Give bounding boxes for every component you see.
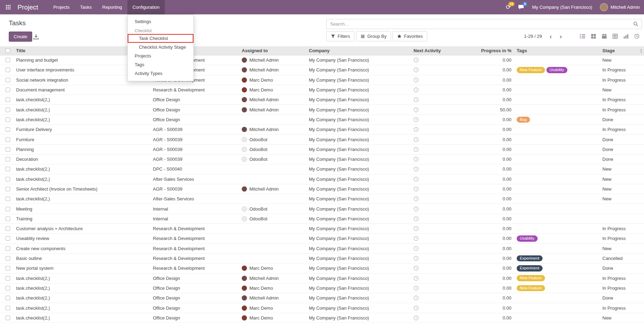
view-list-icon[interactable] [577,31,588,41]
row-checkbox[interactable] [6,246,10,251]
table-row[interactable]: FurnitureAGR - S00039OdooBotMy Company (… [0,135,644,144]
table-row[interactable]: Document managementResearch & Developmen… [0,85,644,95]
row-checkbox[interactable] [6,207,10,211]
view-graph-icon[interactable] [621,31,631,41]
header-company[interactable]: Company [309,48,411,53]
row-checkbox[interactable] [6,266,10,270]
select-all-checkbox[interactable] [6,48,10,53]
row-checkbox[interactable] [6,97,10,102]
pager-next-icon[interactable]: › [557,33,565,40]
apps-menu-icon[interactable] [0,0,16,14]
next-activity-clock-icon[interactable] [413,57,419,63]
header-assigned-to[interactable]: Assigned to [242,48,309,53]
next-activity-clock-icon[interactable] [413,77,419,83]
view-kanban-icon[interactable] [588,31,599,41]
next-activity-clock-icon[interactable] [413,216,419,221]
table-row[interactable]: TrainingInternalOdooBotMy Company (San F… [0,214,644,224]
table-row[interactable]: Furniture DeliveryAGR - S00039Mitchell A… [0,125,644,135]
nav-item-reporting[interactable]: Reporting [97,0,127,14]
row-checkbox[interactable] [6,167,10,171]
table-row[interactable]: Social network integrationResearch & Dev… [0,75,644,85]
row-checkbox[interactable] [6,197,10,201]
row-checkbox[interactable] [6,286,10,290]
row-checkbox[interactable] [6,117,10,122]
header-progress[interactable]: Progress in % [481,48,511,53]
activities-icon[interactable]: ⟳ 19 [502,0,515,14]
search-input[interactable] [327,21,630,27]
favorites-button[interactable]: Favorites [392,31,427,41]
table-row[interactable]: Basic outlineResearch & DevelopmentMy Co… [0,254,644,263]
row-checkbox[interactable] [6,147,10,152]
next-activity-clock-icon[interactable] [413,256,419,261]
row-checkbox[interactable] [6,137,10,142]
row-checkbox[interactable] [6,256,10,261]
next-activity-clock-icon[interactable] [413,276,419,281]
row-checkbox[interactable] [6,226,10,231]
next-activity-clock-icon[interactable] [413,186,419,192]
menu-item-task-checklist[interactable]: Task Checklist [128,34,193,43]
header-tags[interactable]: Tags [511,48,599,53]
menu-item-tags[interactable]: Tags [128,60,193,69]
row-checkbox[interactable] [6,306,10,310]
next-activity-clock-icon[interactable] [413,226,419,231]
view-calendar-icon[interactable] [599,31,610,41]
nav-item-configuration[interactable]: Configuration [127,0,165,14]
table-row[interactable]: task.checklist(2,)Office DesignMitchell … [0,95,644,105]
menu-item-settings[interactable]: Settings [128,17,193,26]
export-button[interactable] [31,33,41,41]
next-activity-clock-icon[interactable] [413,295,419,301]
next-activity-clock-icon[interactable] [413,127,419,132]
table-row[interactable]: User interface improvementsResearch & De… [0,65,644,75]
pager-previous-icon[interactable]: ‹ [547,33,554,40]
next-activity-clock-icon[interactable] [413,67,419,73]
table-row[interactable]: task.checklist(2,)After-Sales ServicesMy… [0,194,644,204]
next-activity-clock-icon[interactable] [413,166,419,172]
next-activity-clock-icon[interactable] [413,315,419,321]
row-checkbox[interactable] [6,127,10,132]
next-activity-clock-icon[interactable] [413,147,419,152]
app-brand[interactable]: Project [16,0,48,14]
table-row[interactable]: task.checklist(2,)Office DesignMarc Demo… [0,283,644,293]
create-button[interactable]: Create [9,32,32,42]
view-pivot-icon[interactable] [610,31,621,41]
row-checkbox[interactable] [6,88,10,92]
row-checkbox[interactable] [6,108,10,112]
table-row[interactable]: task.checklist(2,)Office DesignMitchell … [0,274,644,283]
next-activity-clock-icon[interactable] [413,305,419,311]
user-menu[interactable]: Mitchell Admin [597,3,640,11]
next-activity-clock-icon[interactable] [413,236,419,241]
next-activity-clock-icon[interactable] [413,157,419,162]
menu-item-checklist-activity-stage[interactable]: Checklist Activity Stage [128,43,193,51]
filters-button[interactable]: Filters [326,31,354,41]
table-row[interactable]: Planning and budgetResearch & Developmen… [0,55,644,65]
next-activity-clock-icon[interactable] [413,286,419,291]
table-row[interactable]: task.checklist(2,)Office DesignMitchell … [0,105,644,115]
group-by-button[interactable]: Group By [356,31,391,41]
table-row[interactable]: New portal systemResearch & DevelopmentM… [0,263,644,273]
next-activity-clock-icon[interactable] [413,97,419,102]
row-checkbox[interactable] [6,68,10,72]
row-checkbox[interactable] [6,187,10,191]
messages-icon[interactable]: 5 [515,0,527,14]
row-checkbox[interactable] [6,177,10,181]
table-row[interactable]: Senior Architect (Invoice on Timesheets)… [0,184,644,194]
row-checkbox[interactable] [6,157,10,162]
table-row[interactable]: Useablity reviewResearch & DevelopmentMy… [0,234,644,243]
next-activity-clock-icon[interactable] [413,177,419,182]
header-next-activity[interactable]: Next Activity [411,48,481,53]
table-row[interactable]: task.checklist(2,)DPC - S00040My Company… [0,164,644,174]
table-row[interactable]: task.checklist(2,)Office DesignMy Compan… [0,115,644,125]
row-checkbox[interactable] [6,78,10,82]
next-activity-clock-icon[interactable] [413,196,419,201]
row-checkbox[interactable] [6,217,10,221]
next-activity-clock-icon[interactable] [413,137,419,142]
next-activity-clock-icon[interactable] [413,107,419,112]
table-row[interactable]: task.checklist(2,)After-Sales ServicesMy… [0,174,644,184]
table-row[interactable]: DecorationAGR - S00039OdooBotMy Company … [0,154,644,164]
nav-item-tasks[interactable]: Tasks [75,0,97,14]
table-row[interactable]: task.checklist(2,)Office DesignMarc Demo… [0,303,644,313]
row-checkbox[interactable] [6,236,10,241]
row-checkbox[interactable] [6,58,10,62]
menu-item-projects[interactable]: Projects [128,51,193,60]
row-checkbox[interactable] [6,296,10,300]
